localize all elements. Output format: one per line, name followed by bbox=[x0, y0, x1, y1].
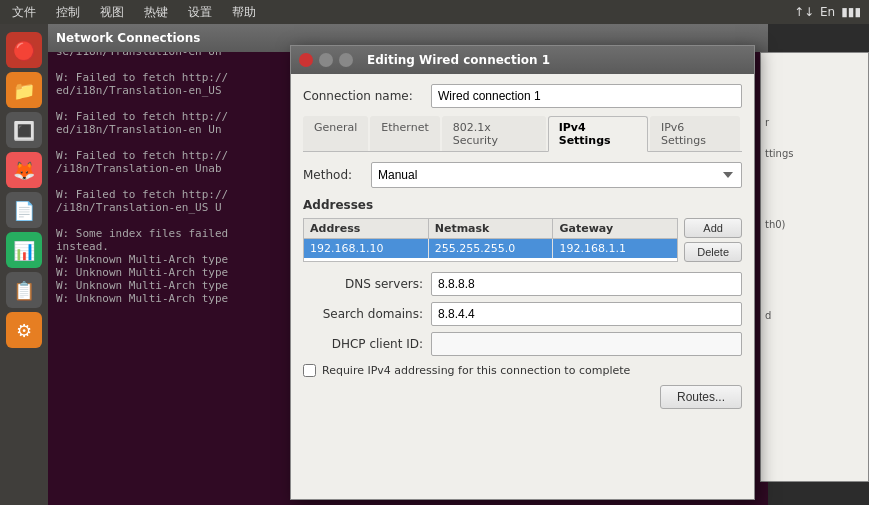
sidebar-icon-6[interactable]: 📋 bbox=[6, 272, 42, 308]
dialog-minimize-button[interactable] bbox=[319, 53, 333, 67]
tab-8021x[interactable]: 802.1x Security bbox=[442, 116, 546, 151]
cell-address: 192.168.1.10 bbox=[304, 239, 429, 258]
col-gateway: Gateway bbox=[553, 219, 677, 238]
tab-ipv6[interactable]: IPv6 Settings bbox=[650, 116, 740, 151]
addresses-title: Addresses bbox=[303, 198, 742, 212]
dialog-title: Editing Wired connection 1 bbox=[367, 53, 550, 67]
search-row: Search domains: bbox=[303, 302, 742, 326]
menubar-help[interactable]: 帮助 bbox=[228, 2, 260, 23]
sidebar-icon-3[interactable]: 🦊 bbox=[6, 152, 42, 188]
addresses-table: Address Netmask Gateway 192.168.1.10 255… bbox=[303, 218, 678, 262]
sidebar-icon-4[interactable]: 📄 bbox=[6, 192, 42, 228]
system-tray: ↑↓ En ▮▮▮ bbox=[786, 0, 869, 24]
nc-side-panel: r ttings th0) d bbox=[760, 52, 869, 482]
sidebar-icon-7[interactable]: ⚙️ bbox=[6, 312, 42, 348]
dhcp-label: DHCP client ID: bbox=[303, 337, 423, 351]
dialog-close-button[interactable] bbox=[299, 53, 313, 67]
dns-label: DNS servers: bbox=[303, 277, 423, 291]
nc-right-text-4: d bbox=[765, 310, 864, 321]
routes-button[interactable]: Routes... bbox=[660, 385, 742, 409]
menubar-control[interactable]: 控制 bbox=[52, 2, 84, 23]
tab-ipv4[interactable]: IPv4 Settings bbox=[548, 116, 648, 152]
connection-name-row: Connection name: bbox=[303, 84, 742, 108]
table-header: Address Netmask Gateway bbox=[304, 219, 677, 239]
sidebar-icon-5[interactable]: 📊 bbox=[6, 232, 42, 268]
sidebar: 🔴 📁 🔳 🦊 📄 📊 📋 ⚙️ bbox=[0, 24, 48, 505]
cell-gateway: 192.168.1.1 bbox=[553, 239, 677, 258]
nc-title: Network Connections bbox=[56, 31, 201, 45]
menubar-view[interactable]: 视图 bbox=[96, 2, 128, 23]
col-netmask: Netmask bbox=[429, 219, 554, 238]
dhcp-row: DHCP client ID: bbox=[303, 332, 742, 356]
dns-input[interactable] bbox=[431, 272, 742, 296]
checkbox-label[interactable]: Require IPv4 addressing for this connect… bbox=[322, 364, 630, 377]
method-select[interactable]: Manual Automatic (DHCP) Link-Local Only … bbox=[371, 162, 742, 188]
menubar-file[interactable]: 文件 bbox=[8, 2, 40, 23]
table-row[interactable]: 192.168.1.10 255.255.255.0 192.168.1.1 bbox=[304, 239, 677, 258]
sidebar-icon-1[interactable]: 📁 bbox=[6, 72, 42, 108]
dhcp-input[interactable] bbox=[431, 332, 742, 356]
dialog-titlebar: Editing Wired connection 1 bbox=[291, 46, 754, 74]
search-label: Search domains: bbox=[303, 307, 423, 321]
add-address-button[interactable]: Add bbox=[684, 218, 742, 238]
cell-netmask: 255.255.255.0 bbox=[429, 239, 554, 258]
editing-dialog: Editing Wired connection 1 Connection na… bbox=[290, 45, 755, 500]
nc-right-text-1: r bbox=[765, 117, 864, 128]
require-ipv4-checkbox[interactable] bbox=[303, 364, 316, 377]
dialog-maximize-button[interactable] bbox=[339, 53, 353, 67]
menubar: 文件 控制 视图 热键 设置 帮助 ↑↓ En ▮▮▮ bbox=[0, 0, 869, 24]
delete-address-button[interactable]: Delete bbox=[684, 242, 742, 262]
checkbox-row: Require IPv4 addressing for this connect… bbox=[303, 364, 742, 377]
dns-row: DNS servers: bbox=[303, 272, 742, 296]
addresses-container: Address Netmask Gateway 192.168.1.10 255… bbox=[303, 218, 742, 262]
battery-icon: ▮▮▮ bbox=[841, 5, 861, 19]
menubar-settings[interactable]: 设置 bbox=[184, 2, 216, 23]
sidebar-icon-2[interactable]: 🔳 bbox=[6, 112, 42, 148]
lang-indicator: En bbox=[820, 5, 835, 19]
routes-row: Routes... bbox=[303, 385, 742, 409]
tabs-row: General Ethernet 802.1x Security IPv4 Se… bbox=[303, 116, 742, 152]
nc-right-text-2: ttings bbox=[765, 148, 864, 159]
tab-ethernet[interactable]: Ethernet bbox=[370, 116, 439, 151]
nc-right-text-3: th0) bbox=[765, 219, 864, 230]
dialog-content: Connection name: General Ethernet 802.1x… bbox=[291, 74, 754, 499]
connection-name-input[interactable] bbox=[431, 84, 742, 108]
tab-general[interactable]: General bbox=[303, 116, 368, 151]
method-row: Method: Manual Automatic (DHCP) Link-Loc… bbox=[303, 162, 742, 188]
connection-name-label: Connection name: bbox=[303, 89, 423, 103]
menubar-hotkey[interactable]: 热键 bbox=[140, 2, 172, 23]
method-label: Method: bbox=[303, 168, 363, 182]
network-icon: ↑↓ bbox=[794, 5, 814, 19]
sidebar-icon-0[interactable]: 🔴 bbox=[6, 32, 42, 68]
search-input[interactable] bbox=[431, 302, 742, 326]
addr-buttons: Add Delete bbox=[684, 218, 742, 262]
col-address: Address bbox=[304, 219, 429, 238]
